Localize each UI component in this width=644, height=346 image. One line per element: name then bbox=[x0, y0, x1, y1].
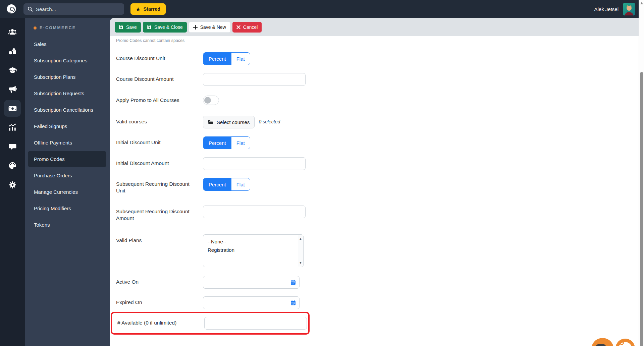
sidebar-item-subscription-plans[interactable]: Subscription Plans bbox=[25, 69, 110, 85]
rail-item-products[interactable] bbox=[4, 43, 21, 59]
page-scrollbar[interactable] bbox=[639, 0, 644, 346]
shapes-icon bbox=[8, 47, 17, 55]
sidebar-item-promo-codes[interactable]: Promo Codes bbox=[28, 151, 106, 167]
course-discount-unit-flat[interactable]: Flat bbox=[231, 53, 250, 65]
save-label: Save bbox=[126, 24, 137, 30]
floppy-icon bbox=[119, 25, 123, 30]
sidebar-item-purchase-orders[interactable]: Purchase Orders bbox=[25, 167, 110, 184]
topbar: ★ Starred Alek Jetsel bbox=[0, 0, 644, 18]
rail-item-community[interactable] bbox=[4, 138, 21, 155]
course-discount-unit-toggle: Percent Flat bbox=[203, 52, 250, 65]
section-label: E-COMMERCE bbox=[40, 25, 76, 30]
scroll-up-icon[interactable]: ▲ bbox=[298, 237, 303, 240]
subsequent-recurring-discount-amount-input[interactable] bbox=[203, 206, 306, 218]
sidebar-item-subscription-cancellations[interactable]: Subscription Cancellations bbox=[25, 102, 110, 118]
apply-promo-all-toggle[interactable] bbox=[203, 96, 219, 105]
subsequent-recurring-discount-amount-label: Subsequent Recurring Discount Amount bbox=[116, 206, 203, 222]
initial-discount-unit-percent[interactable]: Percent bbox=[203, 137, 231, 149]
active-on-label: Active On bbox=[116, 276, 203, 285]
sidebar-item-sales[interactable]: Sales bbox=[25, 36, 110, 52]
section-dot-icon bbox=[34, 26, 37, 30]
initial-discount-amount-input[interactable] bbox=[203, 157, 306, 170]
x-icon bbox=[236, 25, 240, 29]
course-discount-unit-percent[interactable]: Percent bbox=[203, 53, 231, 65]
graduation-cap-icon bbox=[8, 66, 17, 75]
plus-icon bbox=[193, 25, 198, 30]
mascot-trunk-icon bbox=[620, 341, 624, 345]
rail-item-reports[interactable] bbox=[4, 119, 21, 136]
sidebar-item-subscription-categories[interactable]: Subscription Categories bbox=[25, 52, 110, 69]
gear-icon bbox=[8, 181, 17, 189]
sidebar-item-offline-payments[interactable]: Offline Payments bbox=[25, 134, 110, 151]
chat-window-icon bbox=[596, 344, 606, 346]
rail-item-courses[interactable] bbox=[4, 62, 21, 78]
megaphone-icon bbox=[8, 85, 17, 94]
annotation-highlight-box: # Available (0 if unlimited) bbox=[111, 312, 310, 335]
sidebar-menu: E-COMMERCE Sales Subscription Categories… bbox=[25, 18, 110, 346]
expired-on-label: Expired On bbox=[116, 296, 203, 306]
save-new-label: Save & New bbox=[200, 24, 226, 30]
available-label: # Available (0 if unlimited) bbox=[117, 317, 204, 326]
sidebar-item-manage-currencies[interactable]: Manage Currencies bbox=[25, 184, 110, 200]
starred-button[interactable]: ★ Starred bbox=[130, 3, 166, 15]
selected-count-text: 0 selected bbox=[259, 116, 280, 124]
available-input[interactable] bbox=[204, 317, 307, 330]
valid-plans-option-registration[interactable]: Registration bbox=[203, 246, 303, 254]
subsequent-recurring-discount-unit-label: Subsequent Recurring Discount Unit bbox=[116, 178, 203, 194]
subsequent-recurring-discount-unit-toggle: Percent Flat bbox=[203, 178, 250, 191]
elephant-logo-icon bbox=[6, 3, 17, 15]
listbox-scrollbar[interactable]: ▲ ▼ bbox=[298, 235, 303, 267]
user-avatar[interactable] bbox=[623, 3, 635, 15]
course-discount-unit-label: Course Discount Unit bbox=[116, 52, 203, 62]
sidebar-item-subscription-requests[interactable]: Subscription Requests bbox=[25, 85, 110, 102]
starred-label: Starred bbox=[143, 6, 160, 12]
valid-plans-option-none[interactable]: --None-- bbox=[203, 237, 303, 246]
money-bill-icon bbox=[8, 104, 17, 113]
search-input[interactable] bbox=[36, 6, 120, 12]
expired-on-input[interactable] bbox=[203, 296, 300, 309]
search-icon bbox=[28, 6, 33, 12]
save-new-button[interactable]: Save & New bbox=[189, 22, 230, 33]
promo-code-helper-text: Promo Codes cannot contain spaces bbox=[116, 38, 644, 43]
rail-item-ecommerce[interactable] bbox=[4, 100, 21, 117]
rail-item-users[interactable] bbox=[4, 23, 21, 40]
select-courses-label: Select courses bbox=[217, 119, 250, 125]
valid-plans-label: Valid Plans bbox=[116, 234, 203, 244]
subsequent-recurring-discount-unit-percent[interactable]: Percent bbox=[203, 178, 231, 190]
promo-code-form: Promo Codes cannot contain spaces Course… bbox=[110, 36, 644, 335]
floppy-icon bbox=[147, 25, 152, 30]
users-icon bbox=[8, 27, 17, 36]
valid-courses-label: Valid courses bbox=[116, 116, 203, 125]
course-discount-amount-input[interactable] bbox=[203, 73, 306, 86]
sidebar-item-pricing-modifiers[interactable]: Pricing Modifiers bbox=[25, 200, 110, 217]
form-toolbar: Save Save & Close Save & bbox=[110, 18, 644, 36]
subsequent-recurring-discount-unit-flat[interactable]: Flat bbox=[231, 178, 250, 190]
calendar-icon[interactable] bbox=[290, 300, 296, 305]
cancel-button[interactable]: Cancel bbox=[232, 22, 262, 33]
rail-item-site-builder[interactable] bbox=[4, 157, 21, 174]
app-logo[interactable] bbox=[5, 2, 18, 16]
save-close-button[interactable]: Save & Close bbox=[143, 22, 187, 33]
user-name[interactable]: Alek Jetsel bbox=[594, 6, 619, 12]
global-search bbox=[23, 3, 124, 15]
cancel-label: Cancel bbox=[243, 24, 258, 30]
select-courses-button[interactable]: Select courses bbox=[203, 116, 255, 128]
initial-discount-unit-flat[interactable]: Flat bbox=[231, 137, 250, 149]
initial-discount-unit-label: Initial Discount Unit bbox=[116, 136, 203, 146]
apply-promo-all-label: Apply Promo to All Courses bbox=[116, 94, 203, 104]
comments-icon bbox=[8, 142, 17, 151]
active-on-input[interactable] bbox=[203, 276, 300, 289]
content-area: Save Save & Close Save & bbox=[110, 18, 644, 346]
star-icon: ★ bbox=[136, 7, 140, 12]
calendar-icon[interactable] bbox=[290, 280, 296, 285]
save-button[interactable]: Save bbox=[115, 22, 141, 33]
scrollbar-thumb[interactable] bbox=[640, 72, 643, 346]
rail-item-settings[interactable] bbox=[4, 176, 21, 193]
sidebar-item-tokens[interactable]: Tokens bbox=[25, 217, 110, 233]
toggle-knob bbox=[204, 97, 211, 104]
scrollbar-up-arrow-icon[interactable] bbox=[640, 2, 643, 4]
sidebar-item-failed-signups[interactable]: Failed Signups bbox=[25, 118, 110, 134]
rail-item-marketing[interactable] bbox=[4, 81, 21, 98]
valid-plans-listbox[interactable]: --None-- Registration ▲ ▼ bbox=[203, 234, 304, 267]
scroll-down-icon[interactable]: ▼ bbox=[298, 261, 303, 265]
